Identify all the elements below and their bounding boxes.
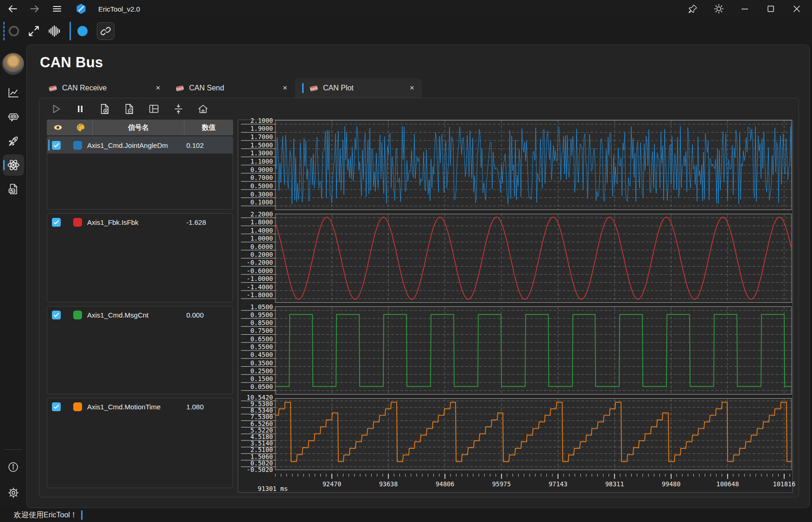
- signal-name: Axis1_Cmd.MsgCnt: [87, 311, 149, 319]
- svg-text:-0.2000: -0.2000: [247, 259, 273, 266]
- signal-row[interactable]: Axis1_Fbk.IsFbk-1.628: [47, 214, 233, 230]
- svg-text:-1.8000: -1.8000: [247, 291, 273, 299]
- file-remove-icon: [123, 103, 136, 115]
- minimize-button[interactable]: [737, 2, 753, 16]
- tab-label: CAN Send: [189, 84, 224, 92]
- pause-button[interactable]: [73, 102, 87, 116]
- link-icon: [100, 25, 111, 37]
- connect-button[interactable]: [27, 24, 41, 38]
- tab-close-icon[interactable]: ×: [156, 83, 160, 93]
- signal-rows: Axis1_Cmd.JointAngleDm0.102Axis1_Fbk.IsF…: [47, 136, 233, 488]
- sidebar-item-can-tools[interactable]: [3, 154, 24, 176]
- add-file-button[interactable]: [98, 102, 112, 116]
- svg-text:98311: 98311: [605, 480, 624, 488]
- sidebar-item-terminal[interactable]: [3, 106, 24, 127]
- svg-text:0.3500: 0.3500: [250, 359, 273, 367]
- plots-container[interactable]: 2.10001.90001.70001.50001.30001.10000.90…: [238, 120, 793, 493]
- svg-text:92470: 92470: [323, 480, 342, 488]
- theme-button[interactable]: [711, 2, 727, 16]
- eye-icon: [47, 123, 69, 132]
- tab-can-plot[interactable]: CAN Plot ×: [295, 78, 422, 98]
- app-logo-icon: [75, 3, 87, 15]
- tab-can-receive[interactable]: CAN Receive ×: [41, 78, 168, 98]
- pause-icon: [75, 103, 86, 115]
- close-button[interactable]: [789, 2, 805, 16]
- signal-value: 0.102: [184, 141, 233, 149]
- avatar[interactable]: [2, 53, 24, 75]
- back-arrow-icon: [6, 3, 19, 15]
- home-button[interactable]: [196, 102, 210, 116]
- sidebar-item-report[interactable]: [3, 178, 24, 200]
- file-add-icon: [99, 103, 111, 115]
- visible-checkbox[interactable]: [52, 402, 61, 411]
- can-device-icon: [309, 84, 318, 92]
- tab-label: CAN Receive: [62, 84, 107, 92]
- plot-Axis1_Cmd.JointAngleDm: 2.10001.90001.70001.50001.30001.10000.90…: [238, 120, 793, 210]
- forward-arrow-icon: [29, 3, 41, 15]
- link-button[interactable]: [97, 22, 114, 40]
- plot-x-axis: 9247093638948069597597143983119948010064…: [238, 474, 793, 492]
- color-swatch[interactable]: [73, 402, 82, 411]
- page-title: CAN Bus: [40, 54, 800, 71]
- back-button[interactable]: [5, 2, 20, 16]
- color-swatch[interactable]: [73, 311, 82, 319]
- layout-button[interactable]: [147, 102, 161, 116]
- close-icon: [791, 3, 802, 14]
- visible-checkbox[interactable]: [52, 311, 61, 319]
- circle-outline-icon: [7, 25, 20, 38]
- toolbar-separator: [70, 22, 71, 40]
- status-circle-button[interactable]: [7, 25, 20, 38]
- plot-Axis1_Cmd.MsgCnt: 1.05000.95000.85000.75000.65000.55000.45…: [238, 306, 793, 395]
- minimize-icon: [739, 3, 750, 14]
- visible-checkbox[interactable]: [52, 218, 61, 227]
- svg-text:2.2000: 2.2000: [250, 210, 273, 218]
- svg-text:94806: 94806: [436, 480, 455, 488]
- sidebar-item-settings[interactable]: [3, 482, 24, 503]
- svg-text:101816: 101816: [773, 480, 796, 488]
- sidebar-item-about[interactable]: [3, 456, 24, 477]
- svg-text:0.1500: 0.1500: [250, 375, 273, 382]
- settings-gear-icon: [7, 486, 20, 499]
- sun-icon: [713, 3, 724, 14]
- signal-row[interactable]: Axis1_Cmd.JointAngleDm0.102: [47, 137, 233, 153]
- sidebar-item-launch[interactable]: [3, 130, 24, 152]
- menu-button[interactable]: [49, 2, 65, 16]
- signal-row[interactable]: Axis1_Cmd.MotionTime1.080: [47, 398, 233, 415]
- pin-button[interactable]: [685, 2, 701, 16]
- fit-vertical-button[interactable]: [171, 102, 185, 116]
- svg-text:1.5000: 1.5000: [250, 141, 273, 149]
- maximize-button[interactable]: [763, 2, 779, 16]
- status-message: 欢迎使用EricTool！: [14, 510, 77, 520]
- play-icon: [50, 103, 62, 115]
- tab-close-icon[interactable]: ×: [283, 83, 287, 93]
- svg-text:0.5500: 0.5500: [250, 343, 273, 350]
- play-button[interactable]: [49, 102, 63, 116]
- rocket-icon: [7, 134, 20, 147]
- can-device-icon: [48, 84, 57, 92]
- record-button[interactable]: [77, 26, 88, 36]
- sidebar-divider: [4, 449, 23, 450]
- status-bar: 欢迎使用EricTool！: [0, 508, 812, 522]
- main-panel: CAN Bus CAN Receive × CAN Send × CAN Plo…: [26, 45, 810, 508]
- svg-text:-0.6000: -0.6000: [247, 267, 273, 274]
- sidebar-item-charts[interactable]: [3, 82, 24, 103]
- color-swatch[interactable]: [73, 218, 82, 227]
- maximize-icon: [765, 3, 776, 14]
- signal-value: 1.080: [184, 403, 233, 411]
- robot-chat-icon: [7, 110, 20, 123]
- header-signal-value: 数值: [184, 120, 233, 135]
- remove-file-button[interactable]: [122, 102, 136, 116]
- waveform-button[interactable]: [47, 24, 61, 38]
- svg-text:-1.4000: -1.4000: [247, 283, 273, 291]
- forward-button[interactable]: [27, 2, 43, 16]
- svg-text:95975: 95975: [492, 480, 511, 488]
- drag-handle[interactable]: [3, 22, 5, 40]
- svg-text:91301 ms: 91301 ms: [258, 485, 288, 492]
- signal-row[interactable]: Axis1_Cmd.MsgCnt0.000: [47, 306, 233, 323]
- color-swatch[interactable]: [73, 141, 82, 150]
- tab-close-icon[interactable]: ×: [410, 83, 414, 93]
- signal-value: 0.000: [184, 311, 233, 319]
- visible-checkbox[interactable]: [52, 141, 61, 150]
- signal-group: Axis1_Cmd.MotionTime1.080: [47, 398, 233, 488]
- tab-can-send[interactable]: CAN Send ×: [168, 78, 295, 98]
